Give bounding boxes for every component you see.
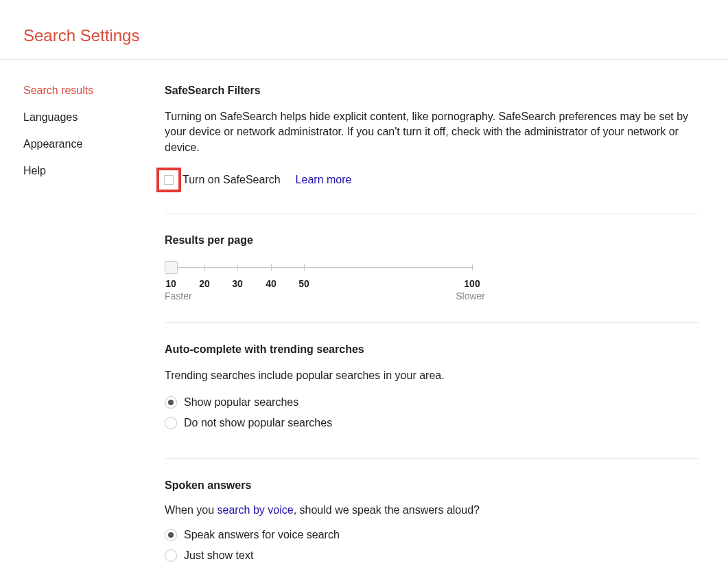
radio-label: Do not show popular searches: [184, 417, 332, 429]
safesearch-learn-more-link[interactable]: Learn more: [296, 174, 352, 186]
slider-tick-label: 10: [165, 278, 176, 289]
spoken-heading: Spoken answers: [165, 479, 698, 492]
autocomplete-heading: Auto-complete with trending searches: [165, 343, 698, 356]
radio-label: Show popular searches: [184, 396, 298, 409]
slider-labels: 10 20 30 40 50 100: [165, 278, 473, 290]
safesearch-checkbox[interactable]: [164, 175, 174, 185]
safesearch-checkbox-row: Turn on SafeSearch Learn more: [165, 168, 698, 192]
safesearch-description: Turning on SafeSearch helps hide explici…: [165, 109, 698, 155]
sidebar-item-languages[interactable]: Languages: [23, 111, 141, 124]
spoken-option-speak[interactable]: Speak answers for voice search: [165, 529, 698, 541]
autocomplete-description: Trending searches include popular search…: [165, 368, 698, 383]
radio-label: Speak answers for voice search: [184, 529, 340, 541]
safesearch-section: SafeSearch Filters Turning on SafeSearch…: [165, 84, 698, 214]
autocomplete-option-show[interactable]: Show popular searches: [165, 396, 698, 409]
sidebar-item-help[interactable]: Help: [23, 165, 141, 177]
radio-dot-icon: [168, 400, 174, 405]
slider-slower-label: Slower: [456, 290, 485, 301]
slider-line: [171, 267, 473, 268]
autocomplete-section: Auto-complete with trending searches Tre…: [165, 343, 698, 458]
radio-icon: [165, 549, 177, 562]
main-panel: SafeSearch Filters Turning on SafeSearch…: [141, 84, 714, 562]
results-slider[interactable]: 10 20 30 40 50 100 Faster Slower: [165, 259, 698, 290]
slider-tick: [204, 264, 205, 271]
page-title: Search Settings: [23, 26, 728, 45]
search-by-voice-link[interactable]: search by voice: [217, 504, 293, 516]
radio-icon: [165, 529, 177, 541]
sidebar: Search results Languages Appearance Help: [0, 84, 141, 562]
results-per-page-heading: Results per page: [165, 234, 698, 247]
slider-tick-label: 100: [464, 278, 480, 289]
sidebar-item-search-results[interactable]: Search results: [23, 84, 141, 97]
slider-tick-label: 40: [266, 278, 277, 289]
spoken-prefix: When you: [165, 504, 217, 516]
slider-tick: [304, 264, 305, 271]
slider-tick: [237, 264, 238, 271]
safesearch-checkbox-highlight: [156, 168, 181, 192]
slider-tick: [271, 264, 272, 271]
safesearch-checkbox-label[interactable]: Turn on SafeSearch: [183, 174, 281, 186]
radio-icon: [165, 417, 177, 429]
safesearch-heading: SafeSearch Filters: [165, 84, 698, 97]
content: Search results Languages Appearance Help…: [0, 60, 728, 562]
radio-label: Just show text: [184, 549, 253, 562]
radio-dot-icon: [168, 532, 174, 538]
slider-tick-label: 20: [199, 278, 210, 289]
slider-tick-label: 30: [232, 278, 243, 289]
spoken-suffix: , should we speak the answers aloud?: [294, 504, 480, 516]
spoken-description: When you search by voice, should we spea…: [165, 504, 698, 516]
sidebar-item-appearance[interactable]: Appearance: [23, 138, 141, 150]
radio-icon: [165, 396, 177, 409]
slider-tick-label: 50: [298, 278, 309, 289]
results-per-page-section: Results per page 10 20 30 40: [165, 234, 698, 323]
slider-track[interactable]: [165, 259, 473, 277]
slider-faster-label: Faster: [165, 290, 192, 301]
page-header: Search Settings: [0, 0, 728, 60]
slider-tick: [472, 264, 473, 271]
spoken-option-text[interactable]: Just show text: [165, 549, 698, 562]
spoken-answers-section: Spoken answers When you search by voice,…: [165, 479, 698, 562]
slider-handle[interactable]: [165, 261, 178, 274]
autocomplete-option-hide[interactable]: Do not show popular searches: [165, 417, 698, 429]
